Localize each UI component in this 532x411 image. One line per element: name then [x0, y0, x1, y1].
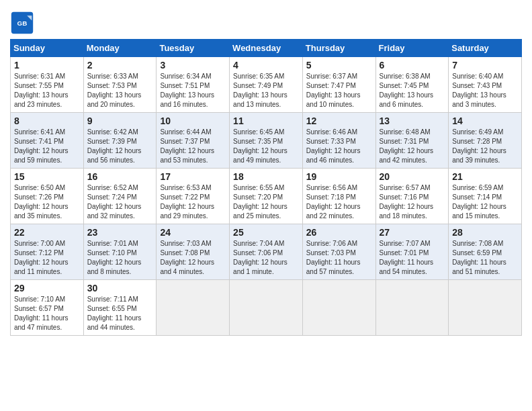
calendar-cell: 24Sunrise: 7:03 AM Sunset: 7:08 PM Dayli… — [157, 224, 230, 280]
calendar-cell: 3Sunrise: 6:34 AM Sunset: 7:51 PM Daylig… — [157, 57, 230, 113]
calendar-cell: 20Sunrise: 6:57 AM Sunset: 7:16 PM Dayli… — [375, 169, 449, 224]
day-info: Sunrise: 7:08 AM Sunset: 6:59 PM Dayligh… — [452, 239, 519, 277]
calendar-cell: 12Sunrise: 6:46 AM Sunset: 7:33 PM Dayli… — [302, 113, 375, 169]
day-info: Sunrise: 6:53 AM Sunset: 7:22 PM Dayligh… — [160, 183, 226, 221]
day-info: Sunrise: 7:03 AM Sunset: 7:08 PM Dayligh… — [160, 239, 226, 277]
logo-icon: GB — [10, 11, 34, 35]
calendar-cell: 16Sunrise: 6:52 AM Sunset: 7:24 PM Dayli… — [83, 169, 157, 224]
day-info: Sunrise: 7:04 AM Sunset: 7:06 PM Dayligh… — [233, 239, 300, 277]
calendar-cell: 22Sunrise: 7:00 AM Sunset: 7:12 PM Dayli… — [11, 224, 84, 280]
day-info: Sunrise: 6:40 AM Sunset: 7:43 PM Dayligh… — [452, 72, 519, 109]
calendar-cell: 6Sunrise: 6:38 AM Sunset: 7:45 PM Daylig… — [375, 57, 449, 113]
day-number: 1 — [14, 60, 81, 71]
calendar-table: SundayMondayTuesdayWednesdayThursdayFrid… — [10, 39, 522, 336]
calendar-cell: 21Sunrise: 6:59 AM Sunset: 7:14 PM Dayli… — [449, 169, 522, 224]
day-number: 5 — [306, 60, 373, 71]
day-number: 28 — [452, 227, 519, 238]
day-info: Sunrise: 6:42 AM Sunset: 7:39 PM Dayligh… — [87, 128, 154, 165]
calendar-cell — [230, 280, 303, 336]
day-info: Sunrise: 7:01 AM Sunset: 7:10 PM Dayligh… — [87, 239, 154, 277]
day-number: 19 — [306, 171, 373, 182]
day-info: Sunrise: 6:44 AM Sunset: 7:37 PM Dayligh… — [160, 128, 226, 165]
day-number: 16 — [87, 171, 154, 182]
day-info: Sunrise: 6:46 AM Sunset: 7:33 PM Dayligh… — [306, 128, 373, 165]
calendar-cell: 4Sunrise: 6:35 AM Sunset: 7:49 PM Daylig… — [230, 57, 303, 113]
day-header-friday: Friday — [375, 40, 449, 57]
calendar-cell — [375, 280, 449, 336]
day-header-sunday: Sunday — [11, 40, 84, 57]
day-number: 26 — [306, 227, 373, 238]
day-info: Sunrise: 6:57 AM Sunset: 7:16 PM Dayligh… — [380, 183, 446, 221]
day-number: 13 — [380, 116, 446, 126]
day-number: 4 — [233, 60, 300, 71]
day-info: Sunrise: 6:38 AM Sunset: 7:45 PM Dayligh… — [380, 72, 446, 109]
day-number: 10 — [160, 116, 226, 126]
day-number: 21 — [452, 171, 519, 182]
calendar-cell: 15Sunrise: 6:50 AM Sunset: 7:26 PM Dayli… — [11, 169, 84, 224]
day-number: 23 — [87, 227, 154, 238]
day-number: 11 — [233, 116, 300, 126]
calendar-cell — [157, 280, 230, 336]
day-info: Sunrise: 6:59 AM Sunset: 7:14 PM Dayligh… — [452, 183, 519, 221]
calendar-body: 1Sunrise: 6:31 AM Sunset: 7:55 PM Daylig… — [11, 57, 522, 336]
day-info: Sunrise: 6:56 AM Sunset: 7:18 PM Dayligh… — [306, 183, 373, 221]
calendar-week-3: 15Sunrise: 6:50 AM Sunset: 7:26 PM Dayli… — [11, 169, 522, 224]
day-number: 18 — [233, 171, 300, 182]
day-number: 14 — [452, 116, 519, 126]
day-info: Sunrise: 7:07 AM Sunset: 7:01 PM Dayligh… — [380, 239, 446, 277]
day-number: 24 — [160, 227, 226, 238]
calendar-cell: 13Sunrise: 6:48 AM Sunset: 7:31 PM Dayli… — [375, 113, 449, 169]
calendar-cell: 5Sunrise: 6:37 AM Sunset: 7:47 PM Daylig… — [302, 57, 375, 113]
day-header-tuesday: Tuesday — [157, 40, 230, 57]
calendar-cell: 9Sunrise: 6:42 AM Sunset: 7:39 PM Daylig… — [83, 113, 157, 169]
day-number: 2 — [87, 60, 154, 71]
calendar-cell: 17Sunrise: 6:53 AM Sunset: 7:22 PM Dayli… — [157, 169, 230, 224]
calendar-cell: 7Sunrise: 6:40 AM Sunset: 7:43 PM Daylig… — [449, 57, 522, 113]
calendar-cell: 1Sunrise: 6:31 AM Sunset: 7:55 PM Daylig… — [11, 57, 84, 113]
calendar-week-5: 29Sunrise: 7:10 AM Sunset: 6:57 PM Dayli… — [11, 280, 522, 336]
day-header-thursday: Thursday — [302, 40, 375, 57]
calendar-cell: 25Sunrise: 7:04 AM Sunset: 7:06 PM Dayli… — [230, 224, 303, 280]
calendar-cell: 8Sunrise: 6:41 AM Sunset: 7:41 PM Daylig… — [11, 113, 84, 169]
day-info: Sunrise: 6:35 AM Sunset: 7:49 PM Dayligh… — [233, 72, 300, 109]
calendar-cell: 2Sunrise: 6:33 AM Sunset: 7:53 PM Daylig… — [83, 57, 157, 113]
calendar-week-1: 1Sunrise: 6:31 AM Sunset: 7:55 PM Daylig… — [11, 57, 522, 113]
day-number: 22 — [14, 227, 81, 238]
calendar-week-2: 8Sunrise: 6:41 AM Sunset: 7:41 PM Daylig… — [11, 113, 522, 169]
day-info: Sunrise: 6:34 AM Sunset: 7:51 PM Dayligh… — [160, 72, 226, 109]
days-header-row: SundayMondayTuesdayWednesdayThursdayFrid… — [11, 40, 522, 57]
calendar-cell: 19Sunrise: 6:56 AM Sunset: 7:18 PM Dayli… — [302, 169, 375, 224]
calendar-cell — [449, 280, 522, 336]
day-number: 15 — [14, 171, 81, 182]
calendar-cell — [302, 280, 375, 336]
day-info: Sunrise: 6:55 AM Sunset: 7:20 PM Dayligh… — [233, 183, 300, 221]
day-info: Sunrise: 6:52 AM Sunset: 7:24 PM Dayligh… — [87, 183, 154, 221]
day-number: 9 — [87, 116, 154, 126]
calendar-cell: 30Sunrise: 7:11 AM Sunset: 6:55 PM Dayli… — [83, 280, 157, 336]
calendar-cell: 29Sunrise: 7:10 AM Sunset: 6:57 PM Dayli… — [11, 280, 84, 336]
day-number: 3 — [160, 60, 226, 71]
calendar-cell: 23Sunrise: 7:01 AM Sunset: 7:10 PM Dayli… — [83, 224, 157, 280]
calendar-cell: 11Sunrise: 6:45 AM Sunset: 7:35 PM Dayli… — [230, 113, 303, 169]
calendar-cell: 10Sunrise: 6:44 AM Sunset: 7:37 PM Dayli… — [157, 113, 230, 169]
calendar-week-4: 22Sunrise: 7:00 AM Sunset: 7:12 PM Dayli… — [11, 224, 522, 280]
day-number: 12 — [306, 116, 373, 126]
day-info: Sunrise: 6:31 AM Sunset: 7:55 PM Dayligh… — [14, 72, 81, 109]
page-header: GB — [10, 7, 522, 35]
day-number: 20 — [380, 171, 446, 182]
day-info: Sunrise: 6:49 AM Sunset: 7:28 PM Dayligh… — [452, 128, 519, 165]
day-info: Sunrise: 6:45 AM Sunset: 7:35 PM Dayligh… — [233, 128, 300, 165]
calendar-cell: 14Sunrise: 6:49 AM Sunset: 7:28 PM Dayli… — [449, 113, 522, 169]
day-info: Sunrise: 7:10 AM Sunset: 6:57 PM Dayligh… — [14, 295, 81, 332]
day-number: 25 — [233, 227, 300, 238]
day-info: Sunrise: 6:41 AM Sunset: 7:41 PM Dayligh… — [14, 128, 81, 165]
day-number: 27 — [380, 227, 446, 238]
calendar-cell: 26Sunrise: 7:06 AM Sunset: 7:03 PM Dayli… — [302, 224, 375, 280]
day-info: Sunrise: 7:06 AM Sunset: 7:03 PM Dayligh… — [306, 239, 373, 277]
day-number: 30 — [87, 283, 154, 293]
day-info: Sunrise: 7:00 AM Sunset: 7:12 PM Dayligh… — [14, 239, 81, 277]
day-number: 8 — [14, 116, 81, 126]
day-header-saturday: Saturday — [449, 40, 522, 57]
day-number: 29 — [14, 283, 81, 293]
day-number: 7 — [452, 60, 519, 71]
